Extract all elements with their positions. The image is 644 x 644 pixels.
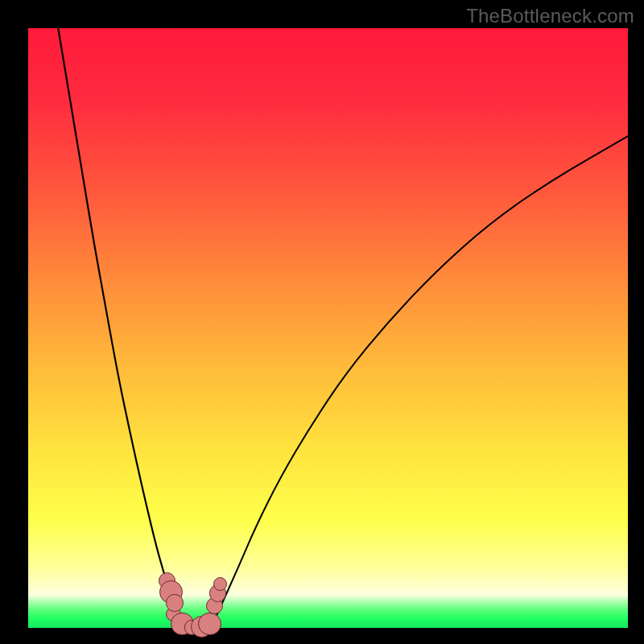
chart-plot-area <box>28 28 628 628</box>
watermark-text: TheBottleneck.com <box>466 5 634 27</box>
curve-left-branch <box>58 28 190 628</box>
data-marker <box>166 594 183 611</box>
curve-layer <box>28 28 628 628</box>
curve-right-branch <box>211 136 628 628</box>
frame: TheBottleneck.com <box>0 0 644 644</box>
data-marker <box>198 613 221 636</box>
